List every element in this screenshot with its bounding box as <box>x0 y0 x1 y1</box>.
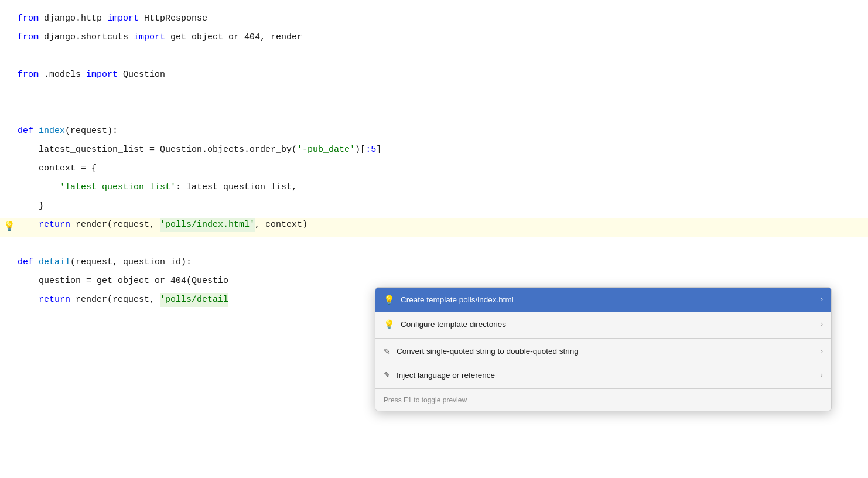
code-text: django.http <box>39 12 107 26</box>
code-text: latest_question_list = Question.objects.… <box>18 143 297 157</box>
code-text: ] <box>376 143 381 157</box>
dropdown-divider <box>375 388 831 389</box>
arrow-icon: › <box>821 370 823 381</box>
code-line-empty <box>0 87 868 105</box>
context-menu-popup: 💡 Create template polls/index.html › 💡 C… <box>375 287 832 411</box>
number: :5 <box>365 143 376 157</box>
keyword: from <box>18 30 39 45</box>
arrow-icon: › <box>821 319 823 330</box>
code-line: latest_question_list = Question.objects.… <box>0 143 868 162</box>
code-line: 'latest_question_list': latest_question_… <box>0 180 868 199</box>
dropdown-item-create-template[interactable]: 💡 Create template polls/index.html › <box>375 288 831 312</box>
dropdown-item-convert-quotes[interactable]: ✎ Convert single-quoted string to double… <box>375 340 831 363</box>
string-highlight: 'polls/detail <box>160 293 228 307</box>
dropdown-item-label: Convert single-quoted string to double-q… <box>397 345 821 358</box>
bulb-icon[interactable]: 💡 <box>4 220 15 235</box>
dropdown-item-label: Create template polls/index.html <box>401 293 821 306</box>
keyword: return <box>18 218 70 232</box>
code-text: (request): <box>65 124 118 138</box>
code-line: context = { <box>0 162 868 180</box>
dropdown-item-label: Inject language or reference <box>397 369 821 382</box>
code-text: render(request, <box>70 293 160 307</box>
dropdown-hint: Press F1 to toggle preview <box>375 390 831 411</box>
keyword: from <box>18 68 39 82</box>
code-text: .models <box>39 68 86 82</box>
code-text <box>33 124 39 138</box>
code-text: : latest_question_list, <box>176 180 297 194</box>
code-text: question = get_object_or_404(Questio <box>18 274 228 288</box>
string: 'latest_question_list' <box>60 180 176 194</box>
function-name: detail <box>39 255 70 269</box>
code-line-empty <box>0 105 868 124</box>
keyword: import <box>134 30 165 45</box>
hint-text: Press F1 to toggle preview <box>384 396 467 404</box>
code-line: from .models import Question <box>0 68 868 87</box>
code-text: render(request, <box>70 218 160 232</box>
keyword: def <box>18 255 33 269</box>
code-text: (request, question_id): <box>70 255 192 269</box>
bulb-icon: 💡 <box>384 317 395 332</box>
code-text: django.shortcuts <box>39 30 134 45</box>
dropdown-item-configure-templates[interactable]: 💡 Configure template directories › <box>375 312 831 337</box>
code-line-highlighted: 💡 return render(request, 'polls/index.ht… <box>0 218 868 237</box>
code-text: , context) <box>255 218 307 232</box>
keyword: import <box>86 68 118 82</box>
pencil-icon: ✎ <box>384 345 391 358</box>
arrow-icon: › <box>821 346 823 357</box>
code-text: )[ <box>355 143 365 157</box>
keyword: from <box>18 12 39 26</box>
dropdown-item-inject-language[interactable]: ✎ Inject language or reference › <box>375 363 831 387</box>
pencil-icon: ✎ <box>384 368 391 381</box>
dropdown-item-label: Configure template directories <box>401 318 821 331</box>
keyword: import <box>107 12 139 26</box>
code-editor: from django.http import HttpResponse fro… <box>0 0 868 478</box>
code-line: } <box>0 199 868 218</box>
code-text <box>33 255 39 269</box>
dropdown-divider <box>375 338 831 339</box>
code-text: HttpResponse <box>139 12 207 26</box>
code-line: def detail(request, question_id): <box>0 255 868 274</box>
code-line-empty <box>0 49 868 68</box>
function-name: index <box>39 124 65 138</box>
string-highlight: 'polls/index.html' <box>160 218 255 232</box>
code-text: Question <box>118 68 165 82</box>
bulb-icon: 💡 <box>384 293 395 307</box>
code-text: context = { <box>18 162 97 176</box>
code-line: from django.http import HttpResponse <box>0 12 868 30</box>
code-text: get_object_or_404, render <box>165 30 302 45</box>
code-text: } <box>18 199 44 213</box>
code-line-empty <box>0 237 868 255</box>
code-line: def index(request): <box>0 124 868 143</box>
arrow-icon: › <box>821 294 823 305</box>
code-line: from django.shortcuts import get_object_… <box>0 30 868 49</box>
string: '-pub_date' <box>297 143 355 157</box>
keyword: return <box>18 293 70 307</box>
keyword: def <box>18 124 33 138</box>
